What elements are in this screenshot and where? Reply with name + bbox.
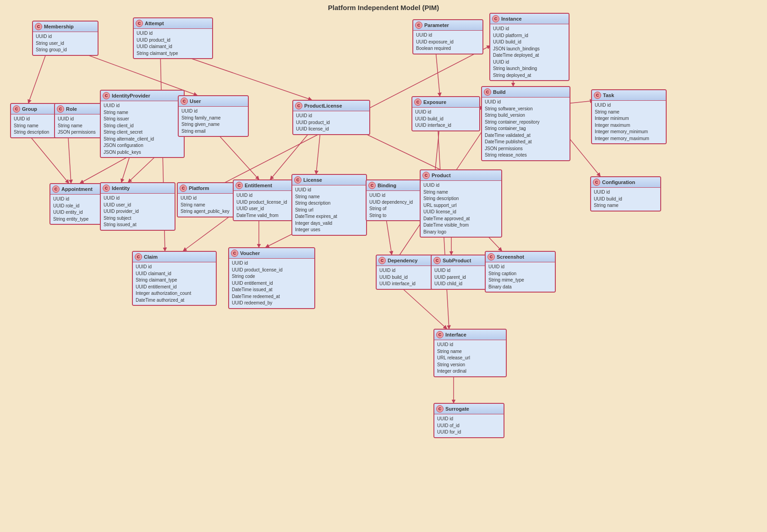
field: String issuer [104,116,181,123]
svg-line-10 [270,127,314,179]
field: String given_name [181,121,245,128]
class-icon: C [433,257,441,264]
entity-membership-body: UUID id String user_id String group_id [33,32,98,55]
entity-user-header: C User [179,96,248,107]
field: UUID id [104,103,181,109]
svg-line-24 [396,283,447,329]
entity-task-title: Task [603,92,614,98]
field: UUID id [136,264,213,271]
class-icon: C [484,88,491,96]
field: UUID provider_id [104,208,172,215]
field: String description [423,195,499,202]
entity-voucher-header: C Voucher [229,248,314,259]
field: UUID redeemed_by [232,300,312,307]
entity-voucher-body: UUID id UUID product_license_id String c… [229,259,314,308]
entity-configuration-title: Configuration [602,179,635,185]
entity-identity-body: UUID id UUID user_id UUID provider_id St… [101,194,175,230]
field: URL release_url [437,355,503,362]
field: UUID id [488,264,552,271]
entity-surrogate-title: Surrogate [445,406,469,412]
entity-task: C Task UUID id String name Integer minim… [591,89,667,144]
field: UUID id [36,33,95,40]
svg-line-4 [174,53,312,100]
field: String client_id [104,123,181,130]
entity-build-title: Build [493,89,506,95]
class-icon: C [415,22,422,29]
field: UUID claimant_id [137,43,209,50]
field: UUID product_id [137,37,209,44]
field: UUID id [493,59,566,66]
field: String claimant_type [137,50,209,57]
field: Binary data [488,284,552,291]
entity-user-title: User [190,98,201,104]
field: String release_notes [485,152,567,159]
field: UUID product_license_id [232,267,312,274]
field: UUID id [137,30,209,37]
entity-license: C License UUID id String name String des… [291,174,367,236]
class-icon: C [436,405,444,413]
field: UUID platform_id [493,33,566,39]
entity-role-title: Role [66,106,77,112]
class-icon: C [378,257,386,264]
entity-dependency-title: Dependency [388,258,417,263]
entity-task-body: UUID id String name Integer minimum Inte… [592,101,666,143]
entity-identityprovider-body: UUID id String name String issuer String… [101,101,184,157]
entity-screenshot-body: UUID id String caption String mime_type … [486,262,555,292]
entity-parameter-header: C Parameter [413,20,482,31]
field: Integer days_valid [295,220,363,227]
field: String mime_type [488,277,552,284]
entity-interface-header: C Interface [434,330,506,340]
field: Integer uses [295,227,363,233]
field: DateTime authorized_at [136,297,213,304]
entity-parameter-body: UUID id UUID exposure_id Boolean require… [413,31,482,54]
entity-surrogate-header: C Surrogate [434,404,504,414]
field: String email [181,128,245,135]
field: Integer authorization_count [136,290,213,297]
entity-surrogate-body: UUID id UUID of_id UUID for_id [434,414,504,437]
field: String url [295,207,363,214]
field: DateTime redeemed_at [232,293,312,300]
field: Boolean required [416,45,480,52]
entity-group-title: Group [22,106,37,112]
field: String name [295,194,363,201]
field: UUID exposure_id [416,39,480,46]
field: UUID id [104,195,172,202]
field: UUID entitlement_id [232,280,312,287]
class-icon: C [103,185,110,192]
field: String claimant_type [136,277,213,284]
class-icon: C [436,331,444,338]
field: DateTime published_at [485,139,567,146]
page-title: Platform Independent Model (PIM) [0,0,767,11]
field: String caption [488,271,552,277]
entity-product-title: Product [432,173,451,178]
class-icon: C [488,253,495,261]
field: String issued_at [104,222,172,228]
class-icon: C [181,98,188,105]
field: String name [104,109,181,116]
field: Integer minimum [595,115,663,122]
field: UUID claimant_id [136,271,213,277]
field: UUID interface_id [415,122,477,129]
field: String build_version [485,112,567,119]
field: String container_repository [485,119,567,126]
entity-productlicense-title: ProductLicense [304,103,342,109]
field: UUID license_id [423,209,499,216]
entity-identityprovider-header: C IdentityProvider [101,91,184,101]
class-icon: C [295,102,302,109]
entity-parameter-title: Parameter [424,22,449,28]
class-icon: C [594,92,601,99]
entity-screenshot-header: C Screenshot [486,252,555,262]
field: UUID id [423,182,499,189]
entity-build-body: UUID id String software_version String b… [482,98,570,160]
entity-platform-title: Platform [189,185,209,191]
field: JSON permissions [485,146,567,152]
entity-identity-header: C Identity [101,183,175,194]
field: DateTime validated_at [485,132,567,139]
entity-exposure-body: UUID id UUID build_id UUID interface_id [412,108,479,130]
entity-exposure-header: C Exposure [412,97,479,108]
class-icon: C [136,20,143,27]
field: Integer ordinal [437,368,503,375]
class-icon: C [57,105,64,113]
field: Integer memory_maximum [595,136,663,142]
entity-configuration: C Configuration UUID id UUID build_id St… [590,176,661,212]
